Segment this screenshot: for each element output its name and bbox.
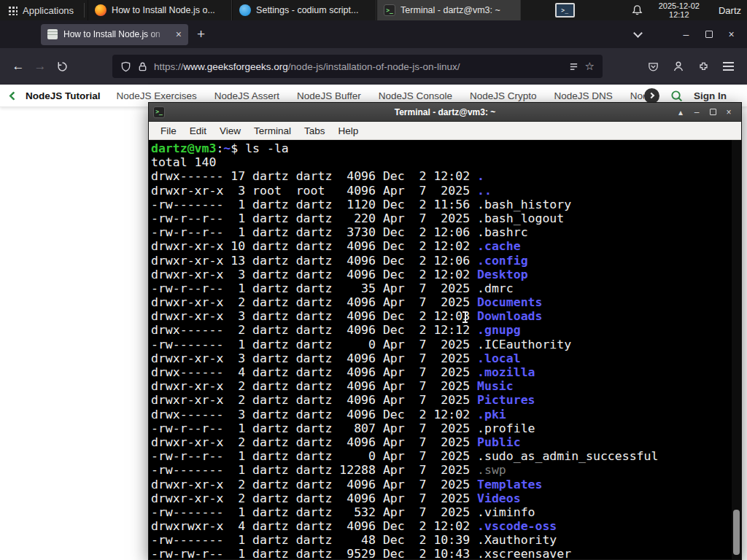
terminal-maximize-button[interactable] (705, 104, 721, 121)
terminal-output-line: drwxr-xr-x 2 dartz dartz 4096 Apr 7 2025… (151, 435, 731, 449)
listing-meta: -rw-r--r-- 1 dartz dartz 807 Apr 7 2025 (151, 421, 477, 435)
applications-menu-button[interactable]: Applications (0, 0, 81, 20)
listing-name: Documents (477, 295, 542, 309)
url-text[interactable]: https://www.geeksforgeeks.org/node-js/in… (154, 61, 562, 72)
terminal-output-line: -rw------- 1 dartz dartz 12288 Apr 7 202… (151, 463, 731, 477)
terminal-screen[interactable]: dartz@vm3:~$ ls -la total 140 drwx------… (149, 140, 741, 559)
new-tab-button[interactable]: + (197, 26, 205, 42)
back-button[interactable]: ← (7, 55, 29, 77)
terminal-window-title: Terminal - dartz@vm3: ~ (149, 107, 741, 117)
listing-name: .Xauthority (477, 533, 557, 547)
site-nav-active-item[interactable]: NodeJS Tutorial (26, 90, 101, 101)
terminal-menu-help[interactable]: Help (332, 125, 365, 136)
terminal-menu-edit[interactable]: Edit (183, 125, 213, 136)
listing-meta: drwxr-xr-x 2 dartz dartz 4096 Apr 7 2025 (151, 379, 477, 393)
terminal-total-line: total 140 (151, 155, 731, 169)
account-icon[interactable] (673, 61, 684, 72)
terminal-scrollbar-thumb[interactable] (733, 510, 740, 555)
terminal-close-button[interactable]: × (721, 104, 737, 121)
bookmark-star-icon[interactable]: ☆ (585, 60, 595, 73)
tray-terminal-glyph: >_ (561, 7, 568, 14)
terminal-output-line: drwx------ 17 dartz dartz 4096 Dec 2 12:… (151, 169, 731, 183)
forward-button[interactable]: → (29, 55, 51, 77)
terminal-menu-view[interactable]: View (213, 125, 247, 136)
reload-button[interactable] (51, 55, 73, 77)
listing-name: .mozilla (477, 365, 535, 379)
terminal-minimize-button[interactable]: – (689, 104, 705, 121)
url-path: /node-js/installation-of-node-js-on-linu… (288, 61, 460, 72)
browser-close-button[interactable]: × (720, 24, 743, 44)
panel-window-button[interactable]: How to Install Node.js o... (88, 0, 232, 20)
panel-window-button[interactable]: Settings - codium script... (232, 0, 376, 20)
terminal-output-line: drwxr-xr-x 3 root root 4096 Apr 7 2025 .… (151, 184, 731, 198)
terminal-scrollbar[interactable] (732, 140, 741, 559)
site-nav-item[interactable]: NodeJS Buffer (297, 90, 361, 101)
tab-favicon (47, 29, 58, 39)
prompt-command: ls -la (245, 141, 289, 155)
terminal-output-line: drwxr-xr-x 10 dartz dartz 4096 Dec 2 12:… (151, 239, 731, 253)
site-nav-item[interactable]: NodeJS Assert (214, 90, 279, 101)
site-nav-item[interactable]: NodeJS DNS (554, 90, 613, 101)
site-nav-item[interactable]: NodeJS Crypto (470, 90, 537, 101)
menu-icon[interactable] (723, 66, 734, 67)
terminal-shade-button[interactable]: ▴ (673, 104, 689, 121)
site-nav-item[interactable]: Node (630, 90, 644, 101)
terminal-menu-file[interactable]: File (154, 125, 183, 136)
listing-meta: drwxr-xr-x 2 dartz dartz 4096 Apr 7 2025 (151, 295, 477, 309)
browser-tab[interactable]: How to Install Node.js on × (41, 24, 188, 45)
listing-meta: drwx------ 4 dartz dartz 4096 Apr 7 2025 (151, 365, 477, 379)
list-tabs-chevron-icon[interactable] (633, 28, 643, 38)
listing-meta: drwxr-xr-x 2 dartz dartz 4096 Apr 7 2025 (151, 393, 477, 407)
listing-meta: drwx------ 3 dartz dartz 4096 Dec 2 12:0… (151, 408, 477, 421)
codium-icon (239, 4, 251, 16)
terminal-menu-terminal[interactable]: Terminal (247, 125, 298, 136)
listing-name: .profile (477, 421, 535, 435)
site-nav-item[interactable]: NodeJS Exercises (117, 90, 197, 101)
terminal-titlebar[interactable]: >_ Terminal - dartz@vm3: ~ ▴ – × (149, 103, 741, 122)
listing-name: Templates (477, 478, 542, 491)
terminal-output-line: -rw-rw-r-- 1 dartz dartz 9529 Dec 2 10:4… (151, 547, 731, 559)
terminal-menu-tabs[interactable]: Tabs (298, 125, 332, 136)
listing-meta: drwxr-xr-x 2 dartz dartz 4096 Apr 7 2025 (151, 491, 477, 505)
tray-terminal-icon[interactable]: >_ (555, 3, 575, 18)
browser-maximize-button[interactable] (697, 24, 720, 44)
listing-name: .bash_history (477, 198, 571, 211)
notification-bell-icon[interactable] (632, 4, 643, 16)
terminal-output-line: -rw------- 1 dartz dartz 0 Apr 7 2025 .I… (151, 338, 731, 351)
panel-window-button[interactable]: >_Terminal - dartz@vm3: ~ (376, 0, 521, 20)
listing-meta: -rw-r--r-- 1 dartz dartz 3730 Dec 2 12:0… (151, 225, 477, 239)
terminal-app-glyph: >_ (155, 109, 163, 115)
terminal-output-line: -rw-r--r-- 1 dartz dartz 3730 Dec 2 12:0… (151, 225, 731, 239)
listing-name: .local (477, 351, 521, 365)
listing-meta: drwx------ 2 dartz dartz 4096 Dec 2 12:1… (151, 323, 477, 337)
browser-minimize-button[interactable]: – (675, 24, 697, 44)
terminal-output-line: -rw------- 1 dartz dartz 48 Dec 2 10:39 … (151, 533, 731, 547)
sign-in-button[interactable]: Sign In (694, 90, 727, 101)
lock-icon[interactable] (138, 61, 147, 72)
terminal-listing: drwx------ 17 dartz dartz 4096 Dec 2 12:… (151, 169, 731, 559)
listing-meta: drwxr-xr-x 2 dartz dartz 4096 Apr 7 2025 (151, 435, 477, 449)
tab-close-icon[interactable]: × (176, 29, 182, 39)
panel-clock[interactable]: 2025-12-02 12:12 (659, 1, 700, 19)
window-button-title: How to Install Node.js o... (112, 5, 215, 15)
listing-meta: drwxr-xr-x 2 dartz dartz 4096 Apr 7 2025 (151, 478, 477, 491)
site-nav-item[interactable]: NodeJS Console (379, 90, 452, 101)
listing-meta: -rw------- 1 dartz dartz 0 Apr 7 2025 (151, 338, 477, 351)
listing-name: .swp (477, 463, 506, 477)
listing-name: .config (477, 254, 528, 268)
extensions-icon[interactable] (698, 61, 709, 72)
tracking-shield-icon[interactable] (120, 61, 131, 72)
site-nav-more-button[interactable] (644, 88, 659, 104)
listing-name: .dmrc (477, 281, 514, 295)
terminal-output-line: -rw-r--r-- 1 dartz dartz 0 Apr 7 2025 .s… (151, 449, 731, 463)
reader-view-icon[interactable] (569, 62, 578, 71)
search-icon[interactable] (670, 90, 683, 102)
listing-meta: drwxrwxr-x 4 dartz dartz 4096 Dec 2 12:0… (151, 519, 477, 533)
terminal-window: >_ Terminal - dartz@vm3: ~ ▴ – × FileEdi… (148, 102, 742, 560)
site-nav-back-chevron-icon[interactable] (9, 91, 18, 101)
url-bar[interactable]: https://www.geeksforgeeks.org/node-js/in… (112, 55, 603, 78)
listing-name: .. (477, 184, 492, 198)
listing-name: .gnupg (477, 323, 521, 337)
panel-user-label[interactable]: Dartz (719, 5, 741, 16)
pocket-icon[interactable] (648, 61, 659, 72)
